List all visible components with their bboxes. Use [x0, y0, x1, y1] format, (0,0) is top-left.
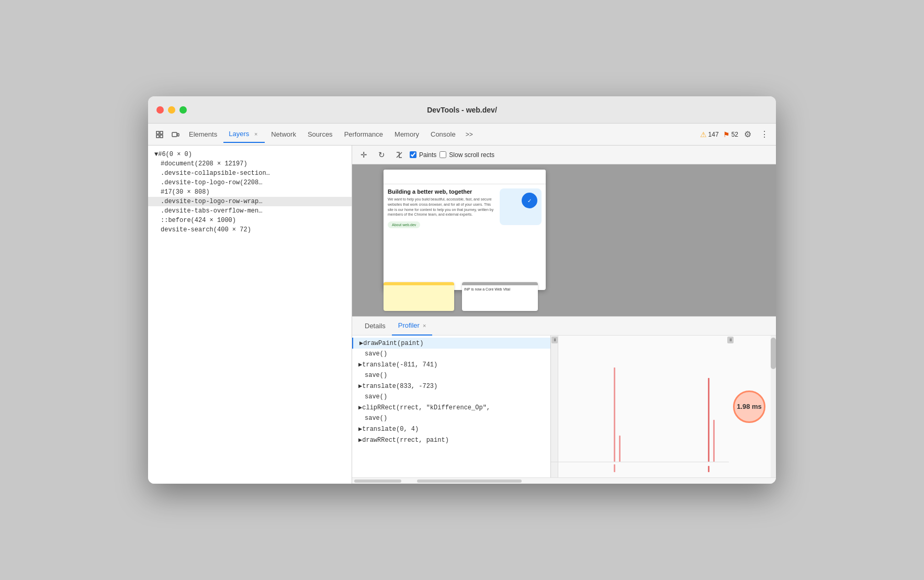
- left-scroll-thumb[interactable]: [354, 479, 401, 483]
- more-tabs-button[interactable]: >>: [462, 127, 477, 142]
- list-item[interactable]: ▼#6(0 × 0): [148, 150, 352, 159]
- timeline-bar: [614, 367, 615, 462]
- tab-elements[interactable]: Elements: [184, 126, 222, 143]
- list-item[interactable]: devsite-search(400 × 72): [148, 225, 352, 235]
- tab-layers[interactable]: Layers ×: [223, 126, 265, 143]
- slow-scroll-checkbox-label[interactable]: Slow scroll rects: [440, 151, 494, 159]
- code-item[interactable]: ▶translate(833, -723): [352, 381, 550, 392]
- list-item[interactable]: .devsite-collapsible-section…: [148, 169, 352, 178]
- main-content: ▼#6(0 × 0) #document(2208 × 12197) .devs…: [148, 146, 776, 484]
- code-item[interactable]: save(): [352, 392, 550, 402]
- list-item[interactable]: .devsite-top-logo-row(2208…: [148, 178, 352, 187]
- timeline-bar: [619, 436, 621, 462]
- preview-card-1: [384, 282, 454, 311]
- code-item[interactable]: ▶clipRRect(rrect, "kDifference_Op",: [352, 402, 550, 413]
- tab-layers-close[interactable]: ×: [252, 130, 260, 138]
- ms-badge: 1.98 ms: [733, 391, 765, 423]
- tab-network[interactable]: Network: [266, 126, 301, 143]
- layers-tree: ▼#6(0 × 0) #document(2208 × 12197) .devs…: [148, 146, 352, 484]
- svg-rect-5: [177, 133, 179, 136]
- layers-toolbar: ✛ ↻ Paints Slow scroll rects: [352, 146, 776, 164]
- list-item[interactable]: #17(30 × 808): [148, 187, 352, 197]
- timeline-bar: [708, 378, 709, 462]
- right-panel: ✛ ↻ Paints Slow scroll rects: [352, 146, 776, 484]
- maximize-button[interactable]: [179, 106, 187, 114]
- timeline-scrollbar-v[interactable]: [771, 336, 776, 477]
- profiler-content: ▶drawPaint(paint) save() ▶translate(-811…: [352, 336, 776, 477]
- profiler-tabs: Details Profiler ×: [352, 317, 776, 336]
- tab-bar-right: ⚠ 147 ⚑ 52 ⚙ ⋮: [700, 127, 772, 142]
- window-title: DevTools - web.dev/: [427, 106, 497, 114]
- tab-profiler[interactable]: Profiler ×: [392, 317, 433, 336]
- bottom-section: Details Profiler × ▶drawPaint(paint): [352, 316, 776, 484]
- more-options-button[interactable]: ⋮: [757, 127, 772, 142]
- timeline-scrollbar-thumb[interactable]: [771, 338, 776, 369]
- device-toolbar-button[interactable]: [168, 127, 183, 142]
- timeline-bar: [713, 420, 715, 462]
- reset-tool-button[interactable]: [392, 148, 407, 162]
- list-item[interactable]: ::before(424 × 1000): [148, 216, 352, 225]
- svg-rect-1: [160, 131, 163, 134]
- tab-performance[interactable]: Performance: [339, 126, 388, 143]
- window-controls: [156, 106, 187, 114]
- paints-checkbox-label[interactable]: Paints: [410, 151, 436, 159]
- timeline-bar-small: [708, 466, 709, 472]
- svg-rect-0: [156, 131, 159, 134]
- paints-checkbox[interactable]: [410, 151, 416, 158]
- right-scroll-thumb[interactable]: [417, 479, 522, 483]
- svg-rect-4: [172, 132, 177, 137]
- timeline-area: ⏸ ⏸: [551, 336, 776, 477]
- code-item[interactable]: save(): [352, 370, 550, 381]
- list-item[interactable]: .devsite-tabs-overflow-men…: [148, 206, 352, 216]
- tab-sources[interactable]: Sources: [302, 126, 338, 143]
- minimize-button[interactable]: [168, 106, 175, 114]
- preview-content: Building a better web, together We want …: [384, 184, 546, 232]
- code-item[interactable]: ▶translate(0, 4): [352, 423, 550, 434]
- code-item[interactable]: save(): [352, 413, 550, 423]
- slow-scroll-checkbox[interactable]: [440, 151, 446, 158]
- svg-rect-2: [156, 135, 159, 138]
- code-item[interactable]: ▶drawPaint(paint): [352, 338, 550, 349]
- tab-memory[interactable]: Memory: [389, 126, 424, 143]
- tab-console[interactable]: Console: [425, 126, 461, 143]
- warnings-badge[interactable]: ⚠ 147: [700, 130, 719, 139]
- code-item[interactable]: save(): [352, 349, 550, 359]
- tab-details[interactable]: Details: [358, 317, 392, 336]
- timeline-bar-small: [614, 464, 615, 472]
- title-bar: DevTools - web.dev/: [148, 96, 776, 124]
- tab-bar: Elements Layers × Network Sources Perfor…: [148, 124, 776, 146]
- error-icon: ⚑: [723, 130, 730, 139]
- settings-button[interactable]: ⚙: [740, 127, 755, 142]
- pan-tool-button[interactable]: ✛: [356, 148, 371, 162]
- svg-rect-3: [160, 135, 163, 138]
- list-item[interactable]: .devsite-top-logo-row-wrap…: [148, 197, 352, 206]
- timeline-baseline: [551, 462, 729, 462]
- element-picker-button[interactable]: [152, 127, 167, 142]
- layers-panel: ▼#6(0 × 0) #document(2208 × 12197) .devs…: [148, 146, 352, 484]
- errors-badge[interactable]: ⚑ 52: [723, 130, 738, 139]
- close-button[interactable]: [156, 106, 164, 114]
- bottom-scrollbar[interactable]: [352, 477, 776, 484]
- rotate-tool-button[interactable]: ↻: [374, 148, 389, 162]
- devtools-window: DevTools - web.dev/ Elements Layers × N: [148, 96, 776, 484]
- code-item[interactable]: ▶translate(-811, 741): [352, 359, 550, 370]
- list-item[interactable]: #document(2208 × 12197): [148, 159, 352, 169]
- preview-headline: Building a better web, together: [388, 188, 495, 195]
- warning-icon: ⚠: [700, 130, 707, 139]
- preview-card-2: INP is now a Core Web Vital: [462, 282, 538, 311]
- preview-subtext: We want to help you build beautiful, acc…: [388, 197, 495, 217]
- code-item[interactable]: ▶drawRRect(rrect, paint): [352, 434, 550, 445]
- preview-website: 🌐 web.dev Building a better web, togethe…: [384, 170, 546, 290]
- profiler-tab-close[interactable]: ×: [423, 322, 426, 329]
- code-tree: ▶drawPaint(paint) save() ▶translate(-811…: [352, 336, 551, 477]
- preview-area: 🌐 web.dev Building a better web, togethe…: [352, 164, 776, 316]
